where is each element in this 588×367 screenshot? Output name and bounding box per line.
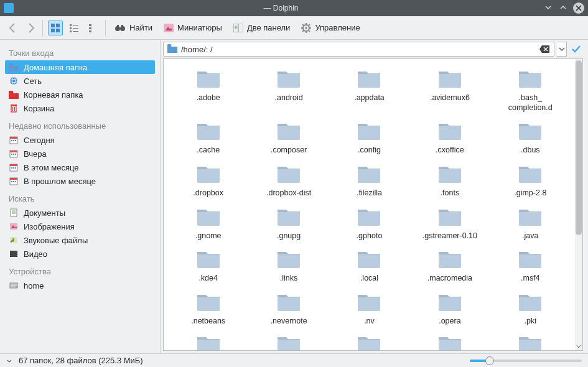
svg-rect-53 <box>11 167 12 169</box>
find-button[interactable]: Найти <box>111 21 156 35</box>
folder-item[interactable]: .composer <box>250 120 327 157</box>
sidebar-item-вчера[interactable]: Вчера <box>5 147 155 160</box>
view-icons-button[interactable] <box>48 21 63 35</box>
sidebar-item-звуковые-файлы[interactable]: Звуковые файлы <box>5 233 155 247</box>
svg-rect-61 <box>11 209 17 216</box>
folder-icon <box>196 164 221 186</box>
folder-item[interactable]: .gnome <box>170 206 246 243</box>
folder-label: .cache <box>197 146 220 156</box>
folder-item[interactable]: .dropbox <box>170 163 246 200</box>
cal-icon <box>9 149 19 159</box>
folder-icon <box>357 121 381 143</box>
sidebar-item-label: Сеть <box>24 77 42 86</box>
folder-item[interactable]: .pki <box>492 291 569 328</box>
folder-icon <box>276 207 301 229</box>
folder-item[interactable]: .gnupg <box>250 206 327 243</box>
path-accept-button[interactable] <box>569 42 583 56</box>
folder-item[interactable]: .ssh <box>492 333 569 350</box>
zoom-knob[interactable] <box>485 356 494 365</box>
zoom-slider[interactable] <box>470 360 582 362</box>
scrollbar[interactable] <box>575 59 582 350</box>
scroll-down-icon[interactable] <box>575 343 582 350</box>
sidebar-item-сегодня[interactable]: Сегодня <box>5 133 155 147</box>
folder-item[interactable]: .appdata <box>331 68 408 114</box>
folder-item[interactable]: .netbeans <box>170 291 246 328</box>
status-toggle[interactable] <box>6 358 12 364</box>
sidebar-item-документы[interactable]: Документы <box>5 206 155 220</box>
folder-item[interactable]: .kde4 <box>170 248 246 285</box>
sidebar-item-home[interactable]: home <box>5 279 155 292</box>
folder-item[interactable]: .dbus <box>492 120 569 157</box>
back-button[interactable] <box>6 21 20 35</box>
view-compact-button[interactable] <box>85 21 100 35</box>
separator <box>42 20 43 36</box>
sidebar-item-в-прошлом-месяце[interactable]: В прошлом месяце <box>5 174 155 188</box>
folder-item[interactable]: .macromedia <box>411 248 488 285</box>
folder-item[interactable]: .nv <box>331 291 408 328</box>
view-details-button[interactable] <box>67 21 82 35</box>
folder-item[interactable]: .Skype <box>411 333 488 350</box>
maximize-button[interactable] <box>558 2 568 12</box>
folder-item[interactable]: .avidemux6 <box>411 68 488 114</box>
folder-label: .nv <box>364 317 375 327</box>
folder-label: .adobe <box>197 93 220 103</box>
folder-item[interactable]: .ranktracker <box>331 333 408 350</box>
path-dropdown-button[interactable] <box>557 42 567 57</box>
minimize-button[interactable] <box>543 2 553 12</box>
sidebar-item-label: Документы <box>24 208 65 218</box>
sidebar-item-в-этом-месяце[interactable]: В этом месяце <box>5 160 155 174</box>
folder-icon <box>437 335 462 350</box>
folder-item[interactable]: .dropbox-dist <box>250 163 327 200</box>
folder-label: .gnupg <box>277 231 301 241</box>
folder-item[interactable]: .msf4 <box>492 248 569 285</box>
sidebar-item-домашняя-папка[interactable]: Домашняя папка <box>5 60 155 74</box>
sidebar-item-видео[interactable]: Видео <box>5 247 155 261</box>
folder-item[interactable]: .android <box>250 68 327 114</box>
path-field[interactable]: /home/: / <box>163 42 554 57</box>
sidebar-item-изображения[interactable]: Изображения <box>5 220 155 233</box>
folder-item[interactable]: .fonts <box>411 163 488 200</box>
scrollbar-thumb[interactable] <box>576 60 582 235</box>
svg-rect-50 <box>15 154 16 155</box>
svg-rect-45 <box>15 140 16 141</box>
folder-item[interactable]: .opera <box>411 291 488 328</box>
split-button[interactable]: + Две панели <box>230 21 294 35</box>
sidebar-item-сеть[interactable]: Сеть <box>5 74 155 88</box>
svg-rect-15 <box>117 25 119 27</box>
svg-point-71 <box>10 251 11 252</box>
forward-button[interactable] <box>24 21 37 35</box>
svg-rect-36 <box>9 91 13 93</box>
sidebar-item-label: Видео <box>24 249 47 259</box>
folder-item[interactable]: .config <box>331 120 408 157</box>
folder-icon <box>357 164 381 186</box>
sidebar-item-корзина[interactable]: Корзина <box>5 101 155 115</box>
path-text: /home/: / <box>181 45 535 54</box>
folder-item[interactable]: .cache <box>170 120 246 157</box>
folder-item[interactable]: .poedit <box>170 333 246 350</box>
folder-item[interactable]: .nevernote <box>250 291 327 328</box>
folder-icon <box>167 44 177 55</box>
thumbnails-button[interactable]: Миниатюры <box>160 21 226 35</box>
folder-item[interactable]: .gstreamer-0.10 <box>411 206 488 243</box>
folder-item[interactable]: .pyrit <box>250 333 327 350</box>
folder-item[interactable]: .java <box>492 206 569 243</box>
svg-rect-79 <box>167 44 171 46</box>
folder-label: .gimp-2.8 <box>514 188 546 198</box>
folder-icon <box>518 249 543 271</box>
folder-item[interactable]: .adobe <box>170 68 246 114</box>
close-button[interactable] <box>573 2 584 14</box>
thumbnails-label: Миниатюры <box>177 23 222 32</box>
clear-path-button[interactable] <box>539 44 550 55</box>
folder-item[interactable]: .filezilla <box>331 163 408 200</box>
folder-label: .opera <box>439 317 460 327</box>
folder-item[interactable]: .bash_ completion.d <box>492 68 569 114</box>
folder-icon <box>518 292 543 314</box>
folder-item[interactable]: .local <box>331 248 408 285</box>
cal-icon <box>9 176 19 186</box>
folder-item[interactable]: .cxoffice <box>411 120 488 157</box>
control-button[interactable]: Управление <box>297 21 363 35</box>
folder-item[interactable]: .links <box>250 248 327 285</box>
folder-item[interactable]: .gimp-2.8 <box>492 163 569 200</box>
sidebar-item-корневая-папка[interactable]: Корневая папка <box>5 88 155 101</box>
folder-item[interactable]: .gphoto <box>331 206 408 243</box>
